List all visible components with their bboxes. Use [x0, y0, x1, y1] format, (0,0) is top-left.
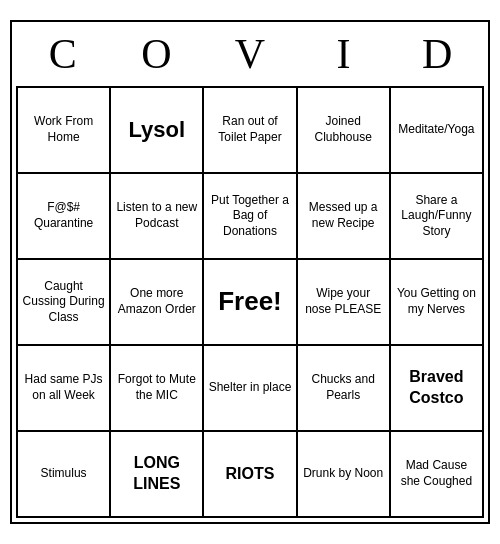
bingo-cell-6: Listen to a new Podcast: [111, 174, 204, 260]
bingo-card: COVID Work From HomeLysolRan out of Toil…: [10, 20, 490, 524]
bingo-cell-19: Braved Costco: [391, 346, 484, 432]
bingo-cell-9: Share a Laugh/Funny Story: [391, 174, 484, 260]
bingo-cell-17: Shelter in place: [204, 346, 297, 432]
bingo-cell-2: Ran out of Toilet Paper: [204, 88, 297, 174]
header-letter-v: V: [205, 30, 295, 78]
bingo-cell-21: LONG LINES: [111, 432, 204, 518]
header-letter-d: D: [392, 30, 482, 78]
bingo-cell-7: Put Together a Bag of Donations: [204, 174, 297, 260]
bingo-cell-1: Lysol: [111, 88, 204, 174]
bingo-cell-4: Meditate/Yoga: [391, 88, 484, 174]
header-letter-i: I: [299, 30, 389, 78]
bingo-cell-16: Forgot to Mute the MIC: [111, 346, 204, 432]
bingo-cell-12: Free!: [204, 260, 297, 346]
header-letter-c: C: [18, 30, 108, 78]
bingo-grid: Work From HomeLysolRan out of Toilet Pap…: [16, 86, 484, 518]
bingo-header: COVID: [16, 26, 484, 86]
bingo-cell-24: Mad Cause she Coughed: [391, 432, 484, 518]
bingo-cell-3: Joined Clubhouse: [298, 88, 391, 174]
bingo-cell-23: Drunk by Noon: [298, 432, 391, 518]
bingo-cell-22: RIOTS: [204, 432, 297, 518]
bingo-cell-5: F@$# Quarantine: [18, 174, 111, 260]
bingo-cell-14: You Getting on my Nerves: [391, 260, 484, 346]
header-letter-o: O: [111, 30, 201, 78]
bingo-cell-11: One more Amazon Order: [111, 260, 204, 346]
bingo-cell-15: Had same PJs on all Week: [18, 346, 111, 432]
bingo-cell-8: Messed up a new Recipe: [298, 174, 391, 260]
bingo-cell-13: Wipe your nose PLEASE: [298, 260, 391, 346]
bingo-cell-10: Caught Cussing During Class: [18, 260, 111, 346]
bingo-cell-18: Chucks and Pearls: [298, 346, 391, 432]
bingo-cell-0: Work From Home: [18, 88, 111, 174]
bingo-cell-20: Stimulus: [18, 432, 111, 518]
